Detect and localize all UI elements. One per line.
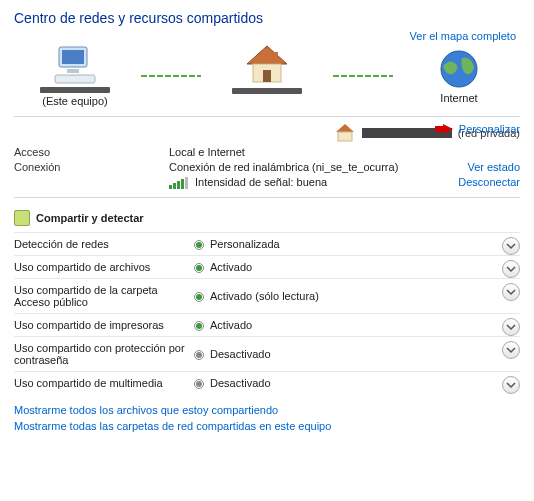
radio-indicator-icon [194, 263, 204, 273]
disconnect-link[interactable]: Desconectar [458, 176, 520, 188]
map-this-pc: (Este equipo) [15, 45, 135, 107]
show-shared-folders-link[interactable]: Mostrarme todas las carpetas de red comp… [14, 420, 520, 432]
svg-rect-7 [273, 52, 278, 62]
radio-indicator-icon [194, 379, 204, 389]
connection-label: Conexión [14, 161, 169, 173]
expand-button[interactable] [502, 283, 520, 301]
share-value: Desactivado [210, 348, 271, 360]
share-value: Activado [210, 319, 252, 331]
network-header-row: (red privada) Personalizar [14, 123, 520, 143]
svg-rect-1 [62, 50, 84, 64]
chevron-down-icon [506, 241, 516, 251]
page-title: Centro de redes y recursos compartidos [14, 10, 520, 26]
map-internet: Internet [399, 48, 519, 104]
svg-rect-3 [55, 75, 95, 83]
view-status-link[interactable]: Ver estado [467, 161, 520, 173]
network-map: (Este equipo) Internet [14, 44, 520, 108]
chevron-down-icon [506, 287, 516, 297]
radio-indicator-icon [194, 292, 204, 302]
radio-indicator-icon [194, 240, 204, 250]
map-gateway [207, 44, 327, 108]
map-internet-label: Internet [399, 92, 519, 104]
signal-icon [169, 177, 188, 189]
signal-label: Intensidad de señal: buena [195, 176, 327, 188]
map-connector [141, 75, 201, 77]
map-connector [333, 75, 393, 77]
svg-rect-6 [263, 70, 271, 82]
chevron-down-icon [506, 345, 516, 355]
share-value: Activado (sólo lectura) [210, 290, 319, 302]
share-row: Uso compartido de la carpeta Acceso públ… [14, 278, 520, 313]
chevron-down-icon [506, 264, 516, 274]
expand-button[interactable] [502, 260, 520, 278]
share-value: Desactivado [210, 377, 271, 389]
chevron-down-icon [506, 322, 516, 332]
share-row: Uso compartido de multimediaDesactivado [14, 371, 520, 394]
home-icon [334, 123, 356, 143]
house-icon [243, 44, 291, 86]
view-full-map-link[interactable]: Ver el mapa completo [410, 30, 516, 42]
share-header-label: Compartir y detectar [36, 212, 144, 224]
share-value: Activado [210, 261, 252, 273]
arrow-icon [443, 124, 453, 134]
share-header: Compartir y detectar [14, 210, 520, 226]
share-label: Uso compartido con protección por contra… [14, 342, 194, 366]
map-gateway-label [207, 96, 327, 108]
share-label: Uso compartido de archivos [14, 261, 194, 273]
map-this-pc-label: (Este equipo) [15, 95, 135, 107]
access-value: Local e Internet [169, 146, 520, 158]
share-label: Uso compartido de multimedia [14, 377, 194, 389]
svg-rect-2 [67, 69, 79, 73]
share-header-icon [14, 210, 30, 226]
computer-icon [53, 45, 97, 85]
share-row: Detección de redesPersonalizada [14, 232, 520, 255]
svg-marker-4 [247, 46, 287, 64]
share-value: Personalizada [210, 238, 280, 250]
share-label: Uso compartido de la carpeta Acceso públ… [14, 284, 194, 308]
chevron-down-icon [506, 380, 516, 390]
svg-rect-10 [338, 132, 352, 141]
customize-link[interactable]: Personalizar [459, 123, 520, 135]
share-label: Uso compartido de impresoras [14, 319, 194, 331]
share-row: Uso compartido de archivosActivado [14, 255, 520, 278]
show-shared-files-link[interactable]: Mostrarme todos los archivos que estoy c… [14, 404, 520, 416]
share-row: Uso compartido con protección por contra… [14, 336, 520, 371]
expand-button[interactable] [502, 318, 520, 336]
expand-button[interactable] [502, 376, 520, 394]
globe-icon [438, 48, 480, 90]
access-label: Acceso [14, 146, 169, 158]
expand-button[interactable] [502, 237, 520, 255]
svg-marker-9 [336, 124, 354, 132]
expand-button[interactable] [502, 341, 520, 359]
share-row: Uso compartido de impresorasActivado [14, 313, 520, 336]
radio-indicator-icon [194, 350, 204, 360]
radio-indicator-icon [194, 321, 204, 331]
share-label: Detección de redes [14, 238, 194, 250]
